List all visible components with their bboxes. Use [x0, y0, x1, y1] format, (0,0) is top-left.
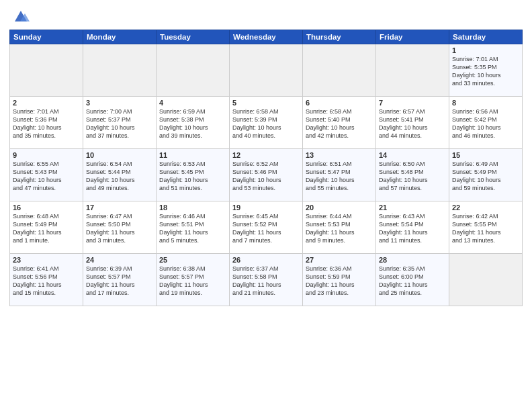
- day-cell: 22Sunrise: 6:42 AM Sunset: 5:55 PM Dayli…: [449, 201, 523, 254]
- day-number: 28: [379, 256, 446, 264]
- day-number: 1: [452, 46, 519, 54]
- day-cell: 9Sunrise: 6:55 AM Sunset: 5:43 PM Daylig…: [10, 149, 83, 201]
- day-info: Sunrise: 6:58 AM Sunset: 5:39 PM Dayligh…: [232, 107, 300, 140]
- day-number: 18: [159, 203, 226, 212]
- day-cell: 16Sunrise: 6:48 AM Sunset: 5:49 PM Dayli…: [10, 201, 83, 254]
- day-cell: 21Sunrise: 6:43 AM Sunset: 5:54 PM Dayli…: [376, 201, 449, 254]
- day-cell: 3Sunrise: 7:00 AM Sunset: 5:37 PM Daylig…: [83, 97, 157, 149]
- day-number: 13: [306, 151, 373, 159]
- day-cell: 19Sunrise: 6:45 AM Sunset: 5:52 PM Dayli…: [230, 201, 303, 254]
- day-info: Sunrise: 6:48 AM Sunset: 5:49 PM Dayligh…: [13, 212, 80, 245]
- day-cell: 14Sunrise: 6:50 AM Sunset: 5:48 PM Dayli…: [376, 149, 449, 201]
- day-info: Sunrise: 6:56 AM Sunset: 5:42 PM Dayligh…: [452, 107, 519, 140]
- day-number: 2: [13, 99, 80, 107]
- day-cell: [83, 44, 157, 97]
- day-cell: 23Sunrise: 6:41 AM Sunset: 5:56 PM Dayli…: [10, 254, 83, 306]
- header: [9, 7, 523, 26]
- day-cell: 10Sunrise: 6:54 AM Sunset: 5:44 PM Dayli…: [83, 149, 157, 201]
- week-row-4: 23Sunrise: 6:41 AM Sunset: 5:56 PM Dayli…: [10, 254, 523, 306]
- weekday-friday: Friday: [376, 30, 449, 44]
- day-info: Sunrise: 6:58 AM Sunset: 5:40 PM Dayligh…: [306, 107, 373, 140]
- week-row-0: 1Sunrise: 7:01 AM Sunset: 5:35 PM Daylig…: [10, 44, 523, 97]
- day-cell: 1Sunrise: 7:01 AM Sunset: 5:35 PM Daylig…: [449, 44, 523, 97]
- day-number: 22: [452, 203, 519, 212]
- day-number: 10: [86, 151, 153, 159]
- day-number: 20: [306, 203, 373, 212]
- day-cell: 4Sunrise: 6:59 AM Sunset: 5:38 PM Daylig…: [157, 97, 230, 149]
- day-info: Sunrise: 6:45 AM Sunset: 5:52 PM Dayligh…: [232, 212, 300, 245]
- day-cell: 28Sunrise: 6:35 AM Sunset: 6:00 PM Dayli…: [376, 254, 449, 306]
- day-number: 17: [86, 203, 153, 212]
- day-cell: 25Sunrise: 6:38 AM Sunset: 5:57 PM Dayli…: [157, 254, 230, 306]
- day-number: 25: [159, 256, 226, 264]
- day-cell: [230, 44, 303, 97]
- day-number: 12: [232, 151, 300, 159]
- day-cell: 15Sunrise: 6:49 AM Sunset: 5:49 PM Dayli…: [449, 149, 523, 201]
- day-cell: 24Sunrise: 6:39 AM Sunset: 5:57 PM Dayli…: [83, 254, 157, 306]
- day-cell: 5Sunrise: 6:58 AM Sunset: 5:39 PM Daylig…: [230, 97, 303, 149]
- logo-icon: [11, 7, 30, 26]
- day-cell: [157, 44, 230, 97]
- day-info: Sunrise: 6:52 AM Sunset: 5:46 PM Dayligh…: [232, 160, 300, 193]
- day-number: 15: [452, 151, 519, 159]
- day-info: Sunrise: 6:54 AM Sunset: 5:44 PM Dayligh…: [86, 160, 153, 193]
- day-info: Sunrise: 7:01 AM Sunset: 5:36 PM Dayligh…: [13, 107, 80, 140]
- weekday-header-row: SundayMondayTuesdayWednesdayThursdayFrid…: [10, 30, 523, 44]
- day-number: 16: [13, 203, 80, 212]
- day-info: Sunrise: 6:36 AM Sunset: 5:59 PM Dayligh…: [306, 265, 373, 298]
- day-info: Sunrise: 6:43 AM Sunset: 5:54 PM Dayligh…: [379, 212, 446, 245]
- day-cell: [449, 254, 523, 306]
- day-cell: 8Sunrise: 6:56 AM Sunset: 5:42 PM Daylig…: [449, 97, 523, 149]
- day-info: Sunrise: 6:38 AM Sunset: 5:57 PM Dayligh…: [159, 265, 226, 298]
- page: SundayMondayTuesdayWednesdayThursdayFrid…: [0, 0, 532, 411]
- day-info: Sunrise: 6:50 AM Sunset: 5:48 PM Dayligh…: [379, 160, 446, 193]
- day-info: Sunrise: 6:39 AM Sunset: 5:57 PM Dayligh…: [86, 265, 153, 298]
- day-number: 19: [232, 203, 300, 212]
- day-cell: 12Sunrise: 6:52 AM Sunset: 5:46 PM Dayli…: [230, 149, 303, 201]
- day-info: Sunrise: 6:46 AM Sunset: 5:51 PM Dayligh…: [159, 212, 226, 245]
- day-info: Sunrise: 6:37 AM Sunset: 5:58 PM Dayligh…: [232, 265, 300, 298]
- day-cell: 11Sunrise: 6:53 AM Sunset: 5:45 PM Dayli…: [157, 149, 230, 201]
- day-cell: 27Sunrise: 6:36 AM Sunset: 5:59 PM Dayli…: [303, 254, 376, 306]
- day-number: 23: [13, 256, 80, 264]
- day-cell: [376, 44, 449, 97]
- day-number: 26: [232, 256, 300, 264]
- day-info: Sunrise: 6:57 AM Sunset: 5:41 PM Dayligh…: [379, 107, 446, 140]
- weekday-saturday: Saturday: [449, 30, 523, 44]
- day-number: 9: [13, 151, 80, 159]
- week-row-2: 9Sunrise: 6:55 AM Sunset: 5:43 PM Daylig…: [10, 149, 523, 201]
- day-number: 7: [379, 99, 446, 107]
- weekday-wednesday: Wednesday: [230, 30, 303, 44]
- day-info: Sunrise: 6:53 AM Sunset: 5:45 PM Dayligh…: [159, 160, 226, 193]
- day-cell: 20Sunrise: 6:44 AM Sunset: 5:53 PM Dayli…: [303, 201, 376, 254]
- calendar-table: SundayMondayTuesdayWednesdayThursdayFrid…: [9, 30, 523, 306]
- day-cell: 2Sunrise: 7:01 AM Sunset: 5:36 PM Daylig…: [10, 97, 83, 149]
- day-cell: 17Sunrise: 6:47 AM Sunset: 5:50 PM Dayli…: [83, 201, 157, 254]
- day-cell: 26Sunrise: 6:37 AM Sunset: 5:58 PM Dayli…: [230, 254, 303, 306]
- day-number: 21: [379, 203, 446, 212]
- day-number: 4: [159, 99, 226, 107]
- day-info: Sunrise: 7:00 AM Sunset: 5:37 PM Dayligh…: [86, 107, 153, 140]
- day-info: Sunrise: 6:59 AM Sunset: 5:38 PM Dayligh…: [159, 107, 226, 140]
- logo-area: [9, 7, 30, 26]
- day-number: 6: [306, 99, 373, 107]
- day-number: 24: [86, 256, 153, 264]
- day-info: Sunrise: 6:41 AM Sunset: 5:56 PM Dayligh…: [13, 265, 80, 298]
- week-row-1: 2Sunrise: 7:01 AM Sunset: 5:36 PM Daylig…: [10, 97, 523, 149]
- weekday-thursday: Thursday: [303, 30, 376, 44]
- day-cell: [303, 44, 376, 97]
- day-number: 3: [86, 99, 153, 107]
- day-number: 8: [452, 99, 519, 107]
- day-info: Sunrise: 6:49 AM Sunset: 5:49 PM Dayligh…: [452, 160, 519, 193]
- day-number: 14: [379, 151, 446, 159]
- day-info: Sunrise: 7:01 AM Sunset: 5:35 PM Dayligh…: [452, 55, 519, 88]
- day-cell: [10, 44, 83, 97]
- weekday-tuesday: Tuesday: [157, 30, 230, 44]
- day-cell: 6Sunrise: 6:58 AM Sunset: 5:40 PM Daylig…: [303, 97, 376, 149]
- day-info: Sunrise: 6:35 AM Sunset: 6:00 PM Dayligh…: [379, 265, 446, 298]
- day-info: Sunrise: 6:44 AM Sunset: 5:53 PM Dayligh…: [306, 212, 373, 245]
- weekday-sunday: Sunday: [10, 30, 83, 44]
- weekday-monday: Monday: [83, 30, 157, 44]
- day-number: 11: [159, 151, 226, 159]
- day-number: 27: [306, 256, 373, 264]
